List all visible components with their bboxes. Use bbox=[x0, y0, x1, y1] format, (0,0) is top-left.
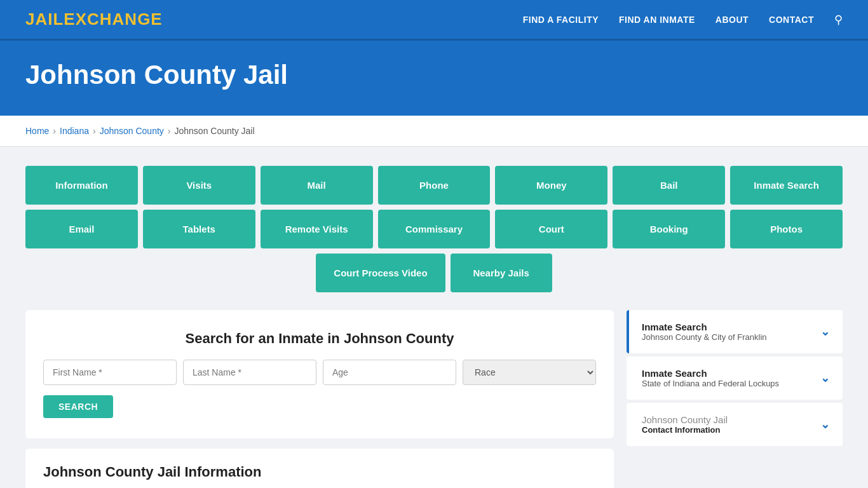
button-grid-row2: Email Tablets Remote Visits Commissary C… bbox=[25, 210, 843, 248]
sidebar-sublabel-2: State of Indiana and Federal Lockups bbox=[642, 379, 779, 388]
sidebar-label-3: Johnson County Jail bbox=[642, 414, 728, 425]
btn-nearby-jails[interactable]: Nearby Jails bbox=[451, 254, 552, 292]
sidebar: Inmate Search Johnson County & City of F… bbox=[627, 310, 843, 446]
btn-court-process-video[interactable]: Court Process Video bbox=[316, 254, 445, 292]
first-name-input[interactable] bbox=[43, 360, 177, 385]
about-link[interactable]: ABOUT bbox=[715, 15, 749, 25]
last-name-input[interactable] bbox=[183, 360, 316, 385]
button-grid-row1: Information Visits Mail Phone Money Bail… bbox=[25, 166, 843, 205]
btn-commissary[interactable]: Commissary bbox=[378, 210, 491, 248]
search-icon[interactable]: ⚲ bbox=[834, 13, 843, 27]
breadcrumb-sep-2: › bbox=[93, 126, 96, 136]
race-select[interactable]: Race White Black Hispanic Asian Other bbox=[463, 360, 596, 385]
sidebar-divider-2 bbox=[627, 401, 843, 402]
sidebar-item-contact-info[interactable]: Johnson County Jail Contact Information … bbox=[627, 403, 843, 446]
sidebar-label-2: Inmate Search bbox=[642, 368, 779, 379]
sidebar-item-text-3: Johnson County Jail Contact Information bbox=[642, 414, 728, 435]
btn-bail[interactable]: Bail bbox=[613, 166, 725, 205]
hero-section: Johnson County Jail bbox=[0, 41, 868, 116]
breadcrumb-current: Johnson County Jail bbox=[175, 126, 255, 136]
info-section: Johnson County Jail Information bbox=[25, 449, 614, 488]
sidebar-sublabel-3: Contact Information bbox=[642, 425, 728, 435]
find-a-facility-link[interactable]: FIND A FACILITY bbox=[523, 15, 599, 25]
btn-information[interactable]: Information bbox=[25, 166, 138, 205]
sidebar-divider-1 bbox=[627, 355, 843, 355]
breadcrumb-sep-3: › bbox=[168, 126, 171, 136]
btn-booking[interactable]: Booking bbox=[613, 210, 725, 248]
search-panel: Search for an Inmate in Johnson County R… bbox=[25, 310, 614, 438]
chevron-icon-1: ⌄ bbox=[820, 325, 830, 339]
btn-court[interactable]: Court bbox=[495, 210, 607, 248]
breadcrumb-johnson-county[interactable]: Johnson County bbox=[100, 126, 164, 136]
breadcrumb-home[interactable]: Home bbox=[25, 126, 49, 136]
breadcrumb-bar: Home › Indiana › Johnson County › Johnso… bbox=[0, 116, 868, 147]
breadcrumb: Home › Indiana › Johnson County › Johnso… bbox=[25, 126, 843, 136]
contact-link[interactable]: CONTACT bbox=[769, 15, 814, 25]
sidebar-sublabel-1: Johnson County & City of Franklin bbox=[642, 332, 767, 342]
chevron-icon-2: ⌄ bbox=[820, 371, 830, 385]
age-input[interactable] bbox=[323, 360, 456, 385]
sidebar-item-text-2: Inmate Search State of Indiana and Feder… bbox=[642, 368, 779, 388]
chevron-icon-3: ⌄ bbox=[820, 417, 830, 431]
content-area: Information Visits Mail Phone Money Bail… bbox=[0, 147, 868, 488]
btn-visits[interactable]: Visits bbox=[143, 166, 255, 205]
search-title: Search for an Inmate in Johnson County bbox=[43, 330, 596, 347]
nav-links: FIND A FACILITY FIND AN INMATE ABOUT CON… bbox=[523, 13, 843, 27]
sidebar-item-text-1: Inmate Search Johnson County & City of F… bbox=[642, 322, 767, 342]
btn-photos[interactable]: Photos bbox=[730, 210, 843, 248]
btn-money[interactable]: Money bbox=[495, 166, 607, 205]
search-button[interactable]: SEARCH bbox=[43, 395, 113, 418]
logo[interactable]: JAILEXCHANGE bbox=[25, 10, 163, 29]
logo-exchange: E bbox=[64, 10, 75, 29]
logo-jail: JAIL bbox=[25, 10, 64, 29]
btn-email[interactable]: Email bbox=[25, 210, 138, 248]
main-columns: Search for an Inmate in Johnson County R… bbox=[25, 310, 843, 488]
breadcrumb-indiana[interactable]: Indiana bbox=[60, 126, 89, 136]
info-title: Johnson County Jail Information bbox=[43, 464, 596, 480]
btn-inmate-search[interactable]: Inmate Search bbox=[730, 166, 843, 205]
search-fields: Race White Black Hispanic Asian Other bbox=[43, 360, 596, 385]
btn-mail[interactable]: Mail bbox=[261, 166, 373, 205]
page-title: Johnson County Jail bbox=[25, 60, 843, 90]
breadcrumb-sep-1: › bbox=[53, 126, 56, 136]
btn-tablets[interactable]: Tablets bbox=[143, 210, 255, 248]
left-column: Search for an Inmate in Johnson County R… bbox=[25, 310, 614, 488]
btn-phone[interactable]: Phone bbox=[378, 166, 491, 205]
button-grid-row3: Court Process Video Nearby Jails bbox=[25, 254, 843, 292]
find-an-inmate-link[interactable]: FIND AN INMATE bbox=[619, 15, 695, 25]
btn-remote-visits[interactable]: Remote Visits bbox=[261, 210, 373, 248]
sidebar-item-inmate-search-johnson[interactable]: Inmate Search Johnson County & City of F… bbox=[627, 310, 843, 353]
navbar: JAILEXCHANGE FIND A FACILITY FIND AN INM… bbox=[0, 0, 868, 41]
sidebar-item-inmate-search-indiana[interactable]: Inmate Search State of Indiana and Feder… bbox=[627, 356, 843, 400]
sidebar-label-1: Inmate Search bbox=[642, 322, 767, 332]
logo-exchange-rest: XCHANGE bbox=[76, 10, 163, 29]
